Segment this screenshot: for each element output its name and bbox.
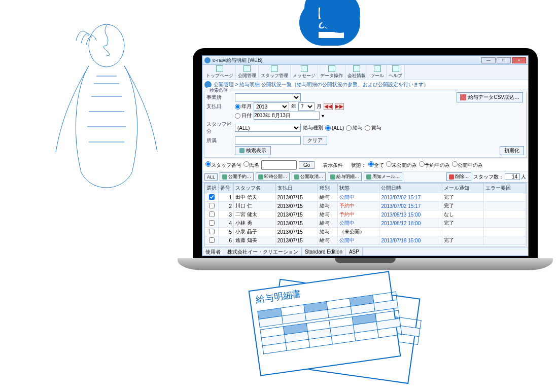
menu-icon: [243, 65, 251, 72]
table-row[interactable]: 5小泉 晶子2013/07/15給与（未公開）: [205, 228, 526, 236]
col-header[interactable]: エラー要因: [484, 184, 526, 193]
col-header[interactable]: 種別: [318, 184, 337, 193]
table-row[interactable]: 6遠藤 知美2013/07/15給与公開中2013/07/18 15:00完了: [205, 236, 526, 245]
paydate-date-radio[interactable]: [235, 113, 240, 119]
menu-icon: [374, 65, 381, 72]
menu-item-7[interactable]: ヘルプ: [387, 65, 405, 80]
state-unpub-radio[interactable]: [386, 161, 392, 167]
menu-item-3[interactable]: メッセージ: [291, 65, 318, 80]
minimize-button[interactable]: ―: [481, 57, 496, 63]
maximize-button[interactable]: □: [497, 57, 511, 63]
menu-item-1[interactable]: 公開管理: [236, 65, 259, 80]
csv-import-icon: [460, 94, 466, 100]
menu-icon: [301, 65, 308, 72]
search-button[interactable]: 検索表示: [235, 146, 271, 155]
data-table: 選択番号スタッフ名支払日種別状態公開日時メール通知エラー要因 1田中 信夫201…: [204, 183, 526, 246]
payslip-illustration: 給与明細書: [254, 280, 457, 387]
sort-staffno-radio[interactable]: [205, 161, 211, 167]
row-checkbox[interactable]: [209, 237, 215, 243]
staffdiv-label: スタッフ区分: [206, 121, 233, 135]
paytype-all-radio[interactable]: [325, 125, 331, 131]
go-button[interactable]: Go: [299, 161, 315, 169]
date-input[interactable]: [254, 112, 320, 120]
sort-name-radio[interactable]: [243, 161, 249, 167]
init-button[interactable]: 初期化: [500, 146, 524, 155]
table-row[interactable]: 1田中 信夫2013/07/15給与公開中2013/07/02 15:17完了: [205, 193, 526, 202]
csv-label: CSV: [313, 19, 342, 32]
laptop-mockup: e-navi給与明細 [WEB] ― □ × トップページ公開管理スタッフ管理メ…: [193, 48, 538, 292]
menu-item-5[interactable]: 会社情報: [345, 65, 368, 80]
state-pub-radio[interactable]: [452, 161, 458, 167]
status-bar: 使用者 株式会社イー・クリエーション Standard Edition ASP: [202, 247, 528, 256]
app-window: e-navi給与明細 [WEB] ― □ × トップページ公開管理スタッフ管理メ…: [202, 55, 529, 256]
col-header[interactable]: メール通知: [442, 184, 484, 193]
mail-icon: [366, 174, 371, 180]
sort-filter-row: スタッフ番号 氏名 Go 表示条件 状態： 全て 未公開のみ 予約中のみ 公開中…: [202, 159, 528, 171]
row-checkbox[interactable]: [209, 246, 215, 247]
col-header[interactable]: 選択: [205, 184, 219, 193]
col-header[interactable]: 番号: [219, 184, 234, 193]
col-header[interactable]: スタッフ名: [234, 184, 276, 193]
month-select[interactable]: 7: [298, 102, 315, 111]
col-header[interactable]: 支払日: [275, 184, 318, 193]
office-select[interactable]: [235, 93, 301, 101]
menu-icon: [216, 65, 223, 72]
menu-item-4[interactable]: データ操作: [318, 65, 345, 80]
calendar-dropdown-icon[interactable]: ▾: [322, 113, 324, 119]
delete-icon: [449, 174, 454, 180]
publish-button[interactable]: 即時公開…: [256, 172, 290, 181]
row-checkbox[interactable]: [209, 211, 215, 217]
search-legend: 検索条件: [207, 87, 230, 94]
detail-icon: [330, 174, 335, 180]
select-all-button[interactable]: ALL: [204, 173, 218, 181]
delete-button[interactable]: 削除…: [446, 172, 471, 181]
breadcrumb-bar: 公開管理 > 給与明細 公開状況一覧（給与明細の公開状況の参照、および公開設定を…: [202, 80, 528, 89]
menu-item-0[interactable]: トップページ: [204, 65, 236, 80]
sort-value-input[interactable]: [261, 160, 297, 170]
publish-icon: [258, 174, 263, 180]
mail-button[interactable]: 周知メール…: [364, 172, 402, 181]
menu-icon: [353, 65, 360, 72]
year-select[interactable]: 2013: [254, 102, 289, 111]
data-table-wrap[interactable]: 選択番号スタッフ名支払日種別状態公開日時メール通知エラー要因 1田中 信夫201…: [204, 183, 527, 246]
row-checkbox[interactable]: [209, 194, 215, 200]
dept-input[interactable]: [235, 136, 301, 145]
state-reserved-radio[interactable]: [419, 161, 425, 167]
menu-icon: [271, 65, 278, 72]
row-checkbox[interactable]: [209, 203, 215, 208]
menu-icon: [328, 65, 335, 72]
clear-button[interactable]: クリア: [303, 136, 327, 145]
col-header[interactable]: 公開日時: [379, 184, 442, 193]
titlebar: e-navi給与明細 [WEB] ― □ ×: [202, 56, 528, 65]
state-all-radio[interactable]: [368, 161, 374, 167]
prev-month-button[interactable]: ◀◀: [324, 103, 333, 110]
table-row[interactable]: 3二宮 健太2013/07/15給与予約中2013/08/13 15:00なし: [205, 210, 526, 219]
breadcrumb-text: 公開管理 > 給与明細 公開状況一覧（給与明細の公開状況の参照、および公開設定を…: [214, 81, 429, 88]
detail-button[interactable]: 給与明細…: [328, 172, 362, 181]
staff-count: スタッフ数： 14 人: [473, 173, 526, 181]
table-row[interactable]: 7矢島 小梅2013/07/15給与（未公開）: [205, 245, 526, 247]
staffdiv-select[interactable]: (ALL): [235, 124, 301, 132]
paytype-salary-radio[interactable]: [346, 125, 352, 131]
reserve-button[interactable]: 公開予約…: [220, 172, 254, 181]
state-label: 状態：: [351, 162, 366, 169]
dept-label: 所属: [206, 137, 233, 144]
window-title: e-navi給与明細 [WEB]: [213, 57, 481, 64]
row-checkbox[interactable]: [209, 229, 215, 234]
search-icon: [239, 148, 245, 153]
row-checkbox[interactable]: [209, 220, 215, 226]
table-row[interactable]: 4小林 勇2013/07/15給与公開中2013/08/12 18:00完了: [205, 219, 526, 228]
csv-import-button[interactable]: 給与データCSV取込…: [457, 92, 523, 102]
col-header[interactable]: 状態: [337, 184, 379, 193]
table-row[interactable]: 2川口 仁2013/07/15給与予約中2013/07/02 15:17完了: [205, 202, 526, 210]
paydate-label: 支払日: [206, 103, 233, 110]
cancel-button[interactable]: 公開取消…: [292, 172, 326, 181]
menu-item-6[interactable]: ツール: [368, 65, 387, 80]
paydate-ym-radio[interactable]: [235, 104, 240, 110]
menu-item-2[interactable]: スタッフ管理: [259, 65, 291, 80]
close-button[interactable]: ×: [512, 57, 526, 63]
paytype-bonus-radio[interactable]: [365, 125, 370, 131]
next-month-button[interactable]: ▶▶: [335, 103, 344, 110]
office-label: 事業所: [206, 94, 233, 101]
action-bar: ALL 公開予約… 即時公開… 公開取消… 給与明細… 周知メール… 削除… ス…: [202, 171, 528, 183]
